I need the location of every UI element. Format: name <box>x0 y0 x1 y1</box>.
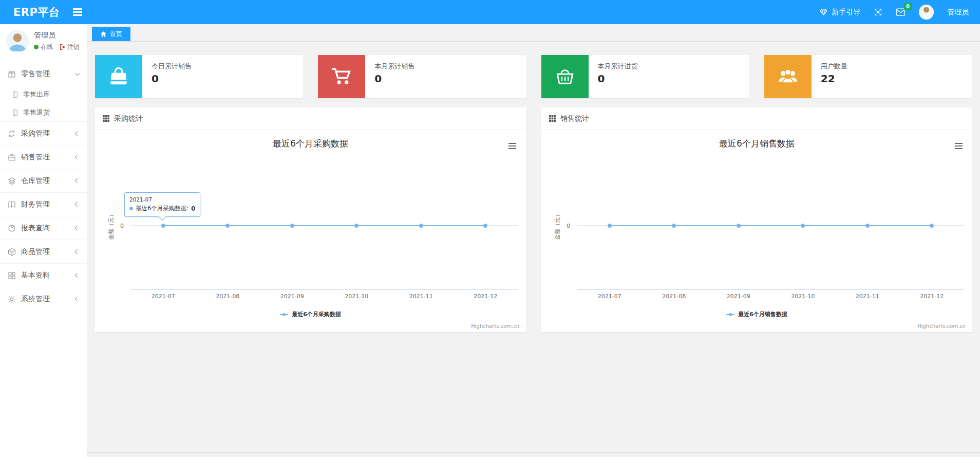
sidebar-item-warehouse[interactable]: 仓库管理 <box>0 169 87 192</box>
chevron-left-icon <box>75 273 80 278</box>
purchase-chart-panel: 采购统计 最近6个月采购数据 金额（元） 0 <box>95 107 526 332</box>
purchase-chart: 最近6个月采购数据 金额（元） 0 <box>95 130 526 332</box>
stat-icon-block <box>541 55 589 98</box>
sidebar-item-retail-out[interactable]: 零售出库 <box>0 85 87 103</box>
grid-icon <box>8 271 16 280</box>
cart-icon <box>330 65 353 88</box>
guide-label: 新手引导 <box>832 8 860 17</box>
x-axis-label: 2021-07 <box>131 293 196 300</box>
series-row <box>131 224 518 228</box>
data-point[interactable] <box>225 224 230 228</box>
main-area: 首页 今日累计销售 0 <box>87 24 980 457</box>
messages-button[interactable]: 0 <box>896 8 906 16</box>
x-axis-labels: 2021-07 2021-08 2021-09 2021-10 2021-11 … <box>131 293 518 300</box>
panel-title: 采购统计 <box>114 114 143 123</box>
notebook-icon <box>11 91 18 98</box>
data-point[interactable] <box>608 224 612 228</box>
sidebar-item-basic-data[interactable]: 基本资料 <box>0 263 87 287</box>
stat-icon-block <box>318 55 365 98</box>
sidebar-item-reports[interactable]: 报表查询 <box>0 216 87 240</box>
data-point[interactable] <box>672 224 676 228</box>
y-tick-label: 0 <box>95 223 124 229</box>
stat-label: 今日累计销售 <box>152 62 192 71</box>
logout-button[interactable]: 注销 <box>59 43 80 51</box>
bottom-divider <box>87 452 980 453</box>
sidebar-item-goods[interactable]: 商品管理 <box>0 240 87 263</box>
cube-icon <box>8 248 16 256</box>
data-point[interactable] <box>354 224 359 228</box>
navbar-username[interactable]: 管理员 <box>947 8 969 17</box>
sidebar-item-label: 报表查询 <box>21 224 50 233</box>
x-axis-label: 2021-12 <box>454 293 518 300</box>
sidebar-item-system[interactable]: 系统管理 <box>0 287 87 310</box>
top-navbar: ERP平台 新手引导 0 <box>0 0 980 24</box>
gear-icon <box>8 295 16 303</box>
chart-context-menu-button[interactable] <box>506 140 518 152</box>
stat-value: 0 <box>152 72 192 85</box>
chevron-left-icon <box>75 131 80 136</box>
legend-item[interactable]: 最近6个月采购数据 <box>95 310 526 318</box>
gift-icon <box>8 70 16 78</box>
data-point[interactable] <box>290 224 294 228</box>
sidebar-item-finance[interactable]: 财务管理 <box>0 192 87 216</box>
tooltip-header: 2021-07 <box>129 196 195 203</box>
stat-label: 本月累计销售 <box>374 62 414 71</box>
panel-header: 销售统计 <box>541 107 972 130</box>
sidebar: 管理员 在线 注销 <box>0 24 87 457</box>
sidebar-item-retail-return[interactable]: 零售退货 <box>0 103 87 121</box>
stat-label: 用户数量 <box>821 62 847 71</box>
sidebar-item-label: 零售出库 <box>23 90 50 99</box>
data-point[interactable] <box>801 224 805 228</box>
gem-icon <box>819 8 828 16</box>
stats-row: 今日累计销售 0 本月累计销售 0 <box>95 55 972 98</box>
fullscreen-button[interactable] <box>874 8 882 16</box>
highcharts-credit[interactable]: Highcharts.com.cn <box>917 323 966 329</box>
legend-dot <box>282 313 286 316</box>
sales-chart-panel: 销售统计 最近6个月销售数据 金额（元） 0 <box>541 107 972 332</box>
y-tick-label: 0 <box>541 223 570 229</box>
x-axis-label: 2021-11 <box>389 293 454 300</box>
data-point[interactable] <box>161 224 165 228</box>
message-count-badge: 0 <box>904 3 912 10</box>
book-icon <box>8 200 16 209</box>
home-icon <box>100 31 107 38</box>
data-point[interactable] <box>930 224 934 228</box>
chevron-down-icon <box>75 70 80 76</box>
panels-row: 采购统计 最近6个月采购数据 金额（元） 0 <box>95 107 972 332</box>
x-axis-label: 2021-12 <box>900 293 965 300</box>
chevron-left-icon <box>75 226 80 231</box>
shopping-bag-icon <box>107 65 130 88</box>
tab-home[interactable]: 首页 <box>92 27 130 41</box>
legend-item[interactable]: 最近6个月销售数据 <box>541 310 972 318</box>
data-point[interactable] <box>865 224 870 228</box>
highcharts-credit[interactable]: Highcharts.com.cn <box>471 323 519 329</box>
sidebar-toggle-icon[interactable] <box>73 7 82 17</box>
stat-card-month-purchase: 本月累计进货 0 <box>541 55 749 98</box>
navbar-avatar[interactable] <box>919 5 934 20</box>
x-axis-label: 2021-07 <box>577 293 642 300</box>
sidebar-item-purchase[interactable]: 采购管理 <box>0 121 87 145</box>
legend-line-marker <box>280 314 288 315</box>
data-point[interactable] <box>419 224 423 228</box>
legend-line-marker <box>726 314 734 315</box>
panel-header: 采购统计 <box>95 107 526 130</box>
stat-value: 0 <box>374 72 414 85</box>
dashboard-content: 今日累计销售 0 本月累计销售 0 <box>87 42 980 332</box>
chevron-left-icon <box>75 178 80 184</box>
tab-strip: 首页 <box>87 24 980 42</box>
tooltip-series-label: 最近6个月采购数据: <box>136 205 189 212</box>
data-point[interactable] <box>737 224 741 228</box>
chart-context-menu-button[interactable] <box>952 140 965 152</box>
sidebar-item-label: 系统管理 <box>21 295 50 304</box>
layers-icon <box>8 177 16 185</box>
sidebar-item-retail[interactable]: 零售管理 <box>0 62 87 85</box>
x-axis-label: 2021-09 <box>260 293 325 300</box>
stat-card-user-count: 用户数量 22 <box>764 55 972 98</box>
th-grid-icon <box>549 115 556 122</box>
loop-icon <box>8 130 16 138</box>
chart-title: 最近6个月销售数据 <box>541 138 972 150</box>
guide-button[interactable]: 新手引导 <box>819 8 860 17</box>
sidebar-item-sales[interactable]: 销售管理 <box>0 145 87 169</box>
online-status-label: 在线 <box>41 43 53 51</box>
data-point[interactable] <box>483 224 487 228</box>
